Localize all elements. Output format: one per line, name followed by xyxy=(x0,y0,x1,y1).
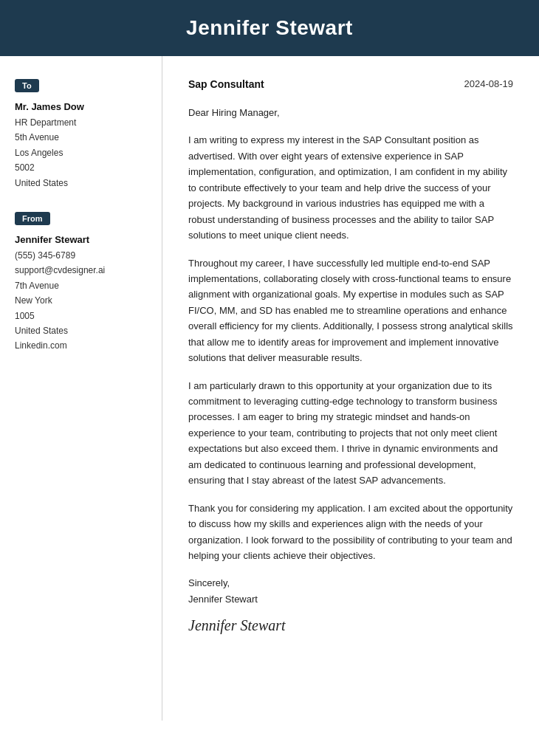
header: Jennifer Stewart xyxy=(0,0,539,56)
to-badge: To xyxy=(15,79,39,92)
paragraph3: I am particularly drawn to this opportun… xyxy=(188,378,513,489)
sender-name: Jennifer Stewart xyxy=(15,234,147,245)
sender-details: (555) 345-6789 support@cvdesigner.ai 7th… xyxy=(15,248,147,354)
closing-name: Jennifer Stewart xyxy=(188,591,513,608)
recipient-line3: Los Angeles xyxy=(15,145,147,160)
salutation: Dear Hiring Manager, xyxy=(188,105,513,120)
sender-line5: Linkedin.com xyxy=(15,338,147,353)
header-name: Jennifer Stewart xyxy=(15,16,524,40)
sender-line1: 7th Avenue xyxy=(15,278,147,293)
recipient-line5: United States xyxy=(15,176,147,190)
sidebar: To Mr. James Dow HR Department 5th Avenu… xyxy=(0,56,162,721)
sender-line2: New York xyxy=(15,293,147,308)
recipient-line2: 5th Avenue xyxy=(15,130,147,145)
recipient-details: HR Department 5th Avenue Los Angeles 500… xyxy=(15,115,147,190)
signature-cursive: Jennifer Stewart xyxy=(188,617,513,634)
sender-phone: (555) 345-6789 xyxy=(15,248,147,263)
to-section: To Mr. James Dow HR Department 5th Avenu… xyxy=(15,78,147,190)
closing: Sincerely, xyxy=(188,575,513,591)
sender-line3: 1005 xyxy=(15,309,147,323)
sender-line4: United States xyxy=(15,323,147,338)
main-content: Sap Consultant 2024-08-19 Dear Hiring Ma… xyxy=(162,56,539,721)
from-badge: From xyxy=(15,212,50,225)
recipient-line4: 5002 xyxy=(15,160,147,175)
letter-date: 2024-08-19 xyxy=(464,78,514,89)
recipient-line1: HR Department xyxy=(15,115,147,130)
paragraph1: I am writing to express my interest in t… xyxy=(188,132,513,243)
body-layout: To Mr. James Dow HR Department 5th Avenu… xyxy=(0,56,539,721)
signature-block: Sincerely, Jennifer Stewart xyxy=(188,575,513,608)
page: Jennifer Stewart To Mr. James Dow HR Dep… xyxy=(0,0,539,756)
job-title: Sap Consultant xyxy=(188,78,264,90)
sender-email: support@cvdesigner.ai xyxy=(15,263,147,278)
letter-body: Dear Hiring Manager, I am writing to exp… xyxy=(188,105,513,563)
letter-header: Sap Consultant 2024-08-19 xyxy=(188,78,513,90)
from-section: From Jennifer Stewart (555) 345-6789 sup… xyxy=(15,211,147,354)
recipient-name: Mr. James Dow xyxy=(15,101,147,112)
paragraph4: Thank you for considering my application… xyxy=(188,501,513,564)
paragraph2: Throughout my career, I have successfull… xyxy=(188,255,513,366)
